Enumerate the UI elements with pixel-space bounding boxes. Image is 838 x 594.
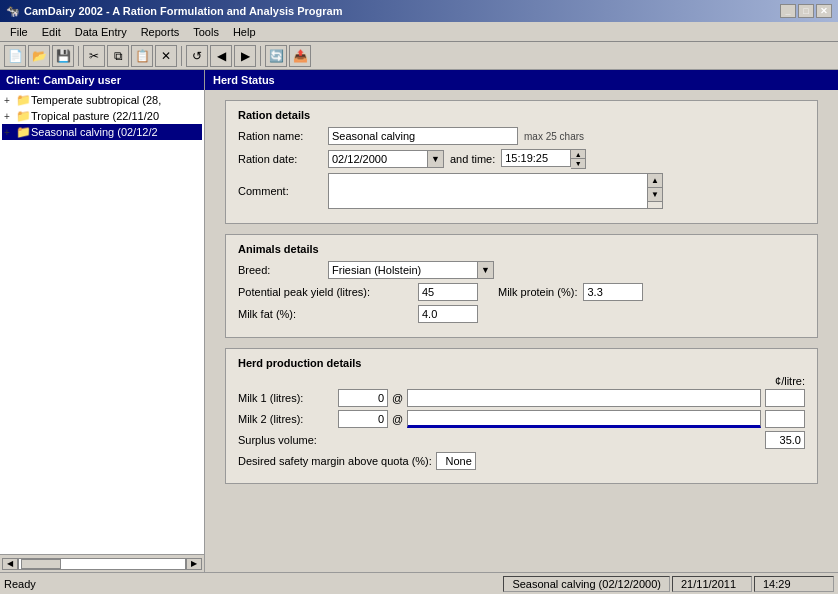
milk-fat-row: Milk fat (%): [238,305,805,323]
ration-time-input[interactable] [501,149,571,167]
export-button[interactable]: 📤 [289,45,311,67]
comment-row: Comment: ▲ ▼ [238,173,805,209]
breed-label: Breed: [238,264,328,276]
minimize-button[interactable]: _ [780,4,796,18]
ration-date-input[interactable] [328,150,428,168]
h-scrollbar-thumb[interactable] [21,559,61,569]
ration-time-spin-btns: ▲ ▼ [571,149,586,169]
ration-name-row: Ration name: max 25 chars [238,127,805,145]
title-bar: 🐄 CamDairy 2002 - A Ration Formulation a… [0,0,838,22]
herd-production-title: Herd production details [238,357,805,369]
peak-yield-input[interactable] [418,283,478,301]
maximize-button[interactable]: □ [798,4,814,18]
ration-date-label: Ration date: [238,153,328,165]
safety-margin-input[interactable] [436,452,476,470]
menu-file[interactable]: File [4,25,34,39]
cents-header-row: ¢/litre: [238,375,805,387]
milk-protein-input[interactable] [583,283,643,301]
ration-name-label: Ration name: [238,130,328,142]
milk1-label: Milk 1 (litres): [238,392,338,404]
comment-label: Comment: [238,185,328,197]
open-button[interactable]: 📂 [28,45,50,67]
milk2-cents-input[interactable] [765,410,805,428]
menu-edit[interactable]: Edit [36,25,67,39]
toolbar-sep1 [78,46,79,66]
scroll-left-button[interactable]: ◀ [2,558,18,570]
comment-textarea-wrap: ▲ ▼ [328,173,663,209]
menu-help[interactable]: Help [227,25,262,39]
folder-icon-1: 📁 [16,109,31,123]
cut-button[interactable]: ✂ [83,45,105,67]
ration-time-spin: ▲ ▼ [501,149,586,169]
milk-protein-label: Milk protein (%): [498,286,577,298]
comment-scroll-up[interactable]: ▲ [648,174,662,188]
ration-details-section: Ration details Ration name: max 25 chars… [225,100,818,224]
tree-label-2: Seasonal calving (02/12/2 [31,126,158,138]
milk1-cents-input[interactable] [765,389,805,407]
comment-textarea[interactable] [328,173,648,209]
status-ration: Seasonal calving (02/12/2000) [503,576,670,592]
safety-margin-row: Desired safety margin above quota (%): [238,452,805,470]
ration-name-input[interactable] [328,127,518,145]
peak-yield-row: Potential peak yield (litres): Milk prot… [238,283,805,301]
menu-data-entry[interactable]: Data Entry [69,25,133,39]
surplus-input[interactable] [765,431,805,449]
milk-fat-label: Milk fat (%): [238,308,418,320]
milk2-label: Milk 2 (litres): [238,413,338,425]
milk1-input[interactable] [338,389,388,407]
milk2-input[interactable] [338,410,388,428]
scrollbar-area: ◀ ▶ [0,554,204,572]
milk1-row: Milk 1 (litres): @ [238,389,805,407]
milk-fat-input[interactable] [418,305,478,323]
right-panel: Herd Status Ration details Ration name: … [205,70,838,572]
milk2-bar-input[interactable] [407,410,761,428]
next-button[interactable]: ▶ [234,45,256,67]
milk2-bar-container [407,410,761,428]
save-button[interactable]: 💾 [52,45,74,67]
ration-time-down[interactable]: ▼ [571,159,585,168]
comment-scroll-down[interactable]: ▼ [648,188,662,202]
peak-yield-label: Potential peak yield (litres): [238,286,418,298]
menu-tools[interactable]: Tools [187,25,225,39]
close-button[interactable]: ✕ [816,4,832,18]
delete-button[interactable]: ✕ [155,45,177,67]
new-button[interactable]: 📄 [4,45,26,67]
tree-item-0[interactable]: + 📁 Temperate subtropical (28, [2,92,202,108]
surplus-row: Surplus volume: [238,431,805,449]
app-title: CamDairy 2002 - A Ration Formulation and… [24,5,342,17]
ration-date-dropdown: ▼ [328,150,444,168]
milk1-bar-input[interactable] [407,389,761,407]
herd-production-section: Herd production details ¢/litre: Milk 1 … [225,348,818,484]
tree-item-2[interactable]: + 📁 Seasonal calving (02/12/2 [2,124,202,140]
ration-name-hint: max 25 chars [524,131,584,142]
expand-icon-2: + [4,127,16,138]
status-bar: Ready Seasonal calving (02/12/2000) 21/1… [0,572,838,594]
menu-reports[interactable]: Reports [135,25,186,39]
status-ready: Ready [4,578,501,590]
tree-label-1: Tropical pasture (22/11/20 [31,110,159,122]
copy-button[interactable]: ⧉ [107,45,129,67]
cents-header-label: ¢/litre: [775,375,805,387]
folder-icon-0: 📁 [16,93,31,107]
tree-item-1[interactable]: + 📁 Tropical pasture (22/11/20 [2,108,202,124]
ration-time-up[interactable]: ▲ [571,150,585,159]
scroll-right-button[interactable]: ▶ [186,558,202,570]
breed-input[interactable] [328,261,478,279]
milk2-row: Milk 2 (litres): @ [238,410,805,428]
and-time-label: and time: [450,153,495,165]
breed-dropdown-btn[interactable]: ▼ [478,261,494,279]
paste-button[interactable]: 📋 [131,45,153,67]
panel-content: Ration details Ration name: max 25 chars… [205,90,838,572]
expand-icon-0: + [4,95,16,106]
prev-button[interactable]: ◀ [210,45,232,67]
ration-date-dropdown-btn[interactable]: ▼ [428,150,444,168]
h-scrollbar[interactable] [18,558,186,570]
undo-button[interactable]: ↺ [186,45,208,67]
milk1-at: @ [392,392,403,404]
ration-date-row: Ration date: ▼ and time: ▲ ▼ [238,149,805,169]
status-time: 14:29 [754,576,834,592]
status-date: 21/11/2011 [672,576,752,592]
surplus-label: Surplus volume: [238,434,338,446]
toolbar-sep2 [181,46,182,66]
refresh-button[interactable]: 🔄 [265,45,287,67]
